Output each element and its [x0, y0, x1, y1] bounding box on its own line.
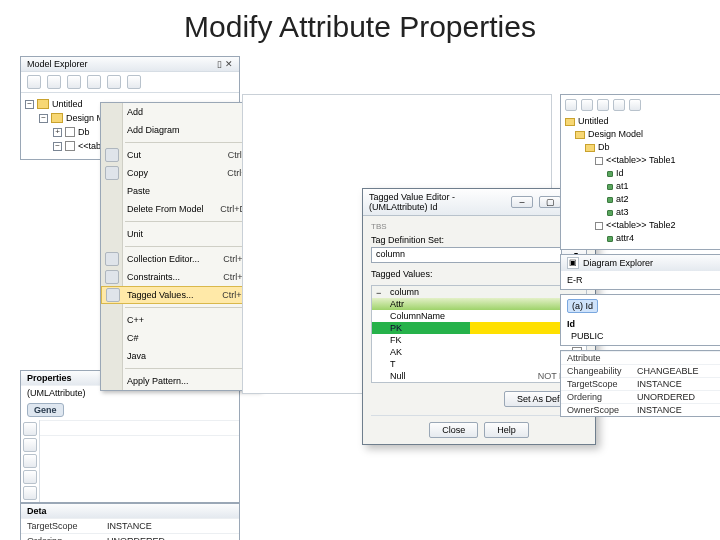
toolbar-button[interactable] — [67, 75, 81, 89]
toolbar-button[interactable] — [613, 99, 625, 111]
tree-item[interactable]: Id — [616, 167, 624, 180]
diagram-item[interactable]: E-R — [567, 275, 719, 285]
tv-row-t[interactable]: T — [372, 358, 586, 370]
tree-item[interactable]: at2 — [616, 193, 629, 206]
ctx-paste-label: Paste — [127, 186, 150, 196]
package-icon — [65, 127, 75, 137]
toolbar-button[interactable] — [581, 99, 593, 111]
toolbar-button[interactable] — [629, 99, 641, 111]
attr-icon — [607, 184, 613, 190]
expand-icon[interactable]: − — [376, 288, 381, 298]
prop-value[interactable]: INSTANCE — [107, 521, 152, 531]
toolbar-button[interactable] — [27, 75, 41, 89]
expand-icon[interactable]: + — [53, 128, 62, 137]
toolbar-button[interactable] — [565, 99, 577, 111]
expand-icon[interactable]: ▣ — [567, 257, 579, 269]
tree-root[interactable]: Untitled — [52, 97, 83, 111]
separator — [125, 368, 255, 369]
tree-item[interactable]: Untitled — [578, 115, 609, 128]
ctx-apply-pattern[interactable]: Apply Pattern... — [101, 372, 259, 390]
slide-title: Modify Attribute Properties — [0, 0, 720, 50]
diagram-explorer-body: E-R — [561, 271, 720, 289]
tv-row-attr[interactable]: Attr — [372, 298, 586, 310]
property-icon[interactable] — [23, 422, 37, 436]
minimize-button[interactable]: – — [511, 196, 533, 208]
cut-icon — [105, 148, 119, 162]
pin-close-icon[interactable]: ▯ ✕ — [217, 59, 233, 69]
tv-row-label: T — [390, 359, 396, 369]
tree-item[interactable]: Db — [598, 141, 610, 154]
toolbar-button[interactable] — [127, 75, 141, 89]
tv-row-pk[interactable]: PK✓ — [372, 322, 586, 334]
rprop-name: OwnerScope — [567, 405, 637, 415]
tag-def-set-value[interactable]: column — [371, 247, 562, 263]
ctx-add-diagram[interactable]: Add Diagram▶ — [101, 121, 259, 139]
toolbar-button[interactable] — [107, 75, 121, 89]
ctx-tagged-values[interactable]: Tagged Values...Ctrl+F7 — [101, 286, 259, 304]
tv-row-ak[interactable]: AK — [372, 346, 586, 358]
ctx-java[interactable]: Java▶ — [101, 347, 259, 365]
ctx-constraints-label: Constraints... — [127, 272, 180, 282]
expand-icon[interactable]: − — [53, 142, 62, 151]
detail-header: Deta — [21, 504, 239, 518]
attr-icon — [607, 197, 613, 203]
visibility-value[interactable]: PUBLIC — [571, 331, 604, 341]
model-explorer-toolbar — [21, 71, 239, 93]
tree-item[interactable]: attr4 — [616, 232, 634, 245]
toolbar-button[interactable] — [47, 75, 61, 89]
tv-row-label: Null — [390, 371, 406, 381]
rprop-value[interactable]: UNORDERED — [637, 392, 695, 402]
properties-general-tab[interactable]: Gene — [27, 403, 64, 417]
properties-tabs: Gene — [21, 400, 239, 420]
rprop-name: Attribute — [567, 353, 637, 363]
ctx-constraints[interactable]: Constraints...Ctrl+F6 — [101, 268, 259, 286]
ctx-copy[interactable]: CopyCtrl+C — [101, 164, 259, 182]
expand-icon[interactable]: − — [39, 114, 48, 123]
ctx-add[interactable]: Add▶ — [101, 103, 259, 121]
close-dialog-button[interactable]: Close — [429, 422, 478, 438]
expand-icon[interactable]: − — [25, 100, 34, 109]
ctx-cut[interactable]: CutCtrl+X — [101, 146, 259, 164]
maximize-button[interactable]: ▢ — [539, 196, 561, 208]
tree-item[interactable]: at1 — [616, 180, 629, 193]
tree-item[interactable]: Design Model — [588, 128, 643, 141]
rprop-row: ChangeabilityCHANGEABLE — [561, 364, 720, 377]
ctx-paste[interactable]: Paste — [101, 182, 259, 200]
ctx-csharp[interactable]: C#▶ — [101, 329, 259, 347]
tv-row-fk[interactable]: FK — [372, 334, 586, 346]
rprop-value[interactable]: CHANGEABLE — [637, 366, 699, 376]
model-explorer-title-label: Model Explorer — [27, 59, 88, 69]
prop-value[interactable]: UNORDERED — [107, 536, 165, 540]
tv-row-label: Attr — [390, 299, 404, 309]
dialog-title-label: Tagged Value Editor - (UMLAttribute) Id — [369, 192, 511, 212]
tree-item[interactable]: <<table>> Table1 — [606, 154, 675, 167]
tree-db[interactable]: Db — [78, 125, 90, 139]
tree-item[interactable]: <<table>> Table2 — [606, 219, 675, 232]
toolbar-button[interactable] — [597, 99, 609, 111]
selected-attribute[interactable]: (a) Id — [567, 299, 598, 313]
property-icon[interactable] — [23, 486, 37, 500]
tv-group-column[interactable]: −column — [372, 286, 586, 298]
tv-row-null[interactable]: NullNOT NULL — [372, 370, 586, 382]
rprop-value[interactable]: INSTANCE — [637, 405, 682, 415]
attr-icon — [607, 210, 613, 216]
property-icon[interactable] — [23, 438, 37, 452]
toolbar-button[interactable] — [87, 75, 101, 89]
tag-def-set-combo[interactable]: column ▾ — [371, 247, 587, 263]
ide-stage: Model Explorer ▯ ✕ −Untitled −Design Mod… — [20, 56, 700, 530]
properties-side-icons — [21, 420, 40, 502]
properties-list — [40, 420, 239, 502]
ctx-collection-editor[interactable]: Collection Editor...Ctrl+F5 — [101, 250, 259, 268]
ctx-cpp[interactable]: C++▶ — [101, 311, 259, 329]
property-icon[interactable] — [23, 454, 37, 468]
right-column: Untitled Design Model Db <<table>> Table… — [560, 94, 720, 417]
context-menu: Add▶ Add Diagram▶ CutCtrl+X CopyCtrl+C P… — [100, 102, 260, 391]
ctx-delete[interactable]: Delete From ModelCtrl+Del — [101, 200, 259, 218]
tv-row-columnname[interactable]: ColumnName — [372, 310, 586, 322]
tree-item[interactable]: at3 — [616, 206, 629, 219]
property-icon[interactable] — [23, 470, 37, 484]
ctx-unit[interactable]: Unit▶ — [101, 225, 259, 243]
rprop-value[interactable]: INSTANCE — [637, 379, 682, 389]
attr-icon — [607, 236, 613, 242]
help-button[interactable]: Help — [484, 422, 529, 438]
